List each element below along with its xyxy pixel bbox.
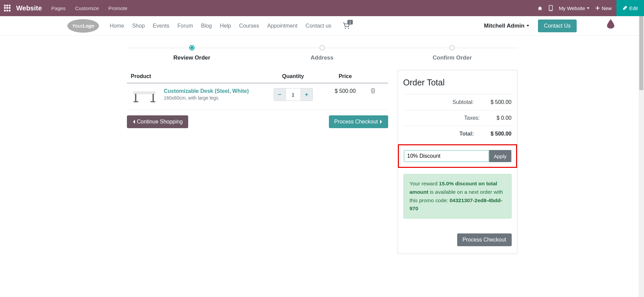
promo-code-input[interactable] (404, 150, 489, 162)
drip-icon (607, 19, 614, 29)
svg-rect-8 (134, 101, 138, 102)
contact-us-button[interactable]: Contact Us (538, 20, 577, 32)
site-header: YourLogo Home Shop Events Forum Blog Hel… (0, 16, 644, 36)
scrollbar-thumb[interactable] (639, 16, 643, 90)
logo-text: YourLogo (72, 23, 94, 29)
svg-rect-9 (150, 101, 155, 102)
nav-courses[interactable]: Courses (239, 23, 259, 29)
step-circle-icon (319, 45, 325, 50)
edit-label: Edit (629, 5, 638, 11)
reward-message: Your reward 15.0% discount on total amou… (403, 174, 512, 219)
nav-home[interactable]: Home (110, 23, 124, 29)
continue-label: Continue Shopping (137, 119, 183, 125)
price-cell: $ 500.00 (320, 88, 371, 94)
svg-point-4 (348, 28, 349, 29)
total-label: Total: (403, 131, 491, 137)
promo-highlight-box: Apply (398, 144, 517, 168)
cart-row: Customizable Desk (Steel, White) 160x80c… (127, 83, 388, 110)
my-website-label: My Website (559, 5, 585, 11)
checkout-steps: Review Order Address Confirm Order (127, 45, 517, 61)
cart-icon[interactable]: 1 (343, 23, 350, 29)
scrollbar[interactable] (639, 16, 644, 271)
nav-events[interactable]: Events (153, 23, 169, 29)
mobile-icon[interactable] (549, 5, 553, 11)
new-label: New (602, 5, 612, 11)
brand-title: Website (16, 4, 42, 12)
nav-shop[interactable]: Shop (132, 23, 145, 29)
subtotal-value: $ 500.00 (490, 99, 511, 105)
step-label: Review Order (127, 54, 257, 61)
delete-item-button[interactable] (371, 88, 384, 94)
total-value: $ 500.00 (490, 131, 511, 137)
svg-rect-6 (135, 94, 136, 102)
caret-down-icon (527, 25, 529, 27)
reward-prefix: Your reward (410, 181, 439, 186)
col-product-header: Product (131, 73, 266, 79)
cart-badge: 1 (347, 20, 353, 25)
chevron-left-icon (132, 119, 136, 124)
step-circle-icon (189, 45, 195, 50)
taxes-value: $ 0.00 (497, 115, 511, 121)
step-label: Confirm Order (387, 54, 517, 61)
order-total-box: Order Total Subtotal: $ 500.00 Taxes: $ … (398, 70, 517, 254)
caret-down-icon (587, 7, 589, 9)
topbar-menu-pages[interactable]: Pages (51, 5, 66, 11)
continue-shopping-button[interactable]: Continue Shopping (127, 115, 188, 128)
svg-point-3 (345, 28, 346, 29)
subtotal-label: Subtotal: (403, 99, 491, 105)
step-circle-icon (449, 45, 455, 50)
content: Review Order Address Confirm Order Produ… (127, 36, 517, 271)
nav-blog[interactable]: Blog (201, 23, 212, 29)
edit-button[interactable]: Edit (616, 0, 644, 16)
my-website-dropdown[interactable]: My Website (559, 5, 589, 11)
cart-table-header: Product Quantity Price (127, 70, 388, 83)
topbar-menu-promote[interactable]: Promote (108, 5, 128, 11)
col-price-header: Price (320, 73, 371, 79)
topbar-menu-customize[interactable]: Customize (75, 5, 99, 11)
nav-forum[interactable]: Forum (177, 23, 193, 29)
bug-icon[interactable] (537, 5, 543, 11)
product-name-link[interactable]: Customizable Desk (Steel, White) (164, 88, 266, 94)
process-checkout-bottom-button[interactable]: Process Checkout (457, 233, 512, 246)
chevron-right-icon (379, 119, 383, 124)
nav-help[interactable]: Help (220, 23, 231, 29)
svg-rect-7 (152, 94, 154, 102)
nav-contact[interactable]: Contact us (306, 23, 331, 29)
process-checkout-button[interactable]: Process Checkout (329, 115, 388, 128)
product-image (131, 88, 158, 105)
svg-point-0 (539, 7, 541, 10)
svg-rect-5 (134, 92, 155, 94)
product-description: 160x80cm, with large legs. (164, 95, 266, 101)
qty-input[interactable] (285, 88, 301, 101)
nav-appointment[interactable]: Appointment (267, 23, 298, 29)
qty-increase-button[interactable]: + (301, 88, 312, 101)
col-qty-header: Quantity (266, 73, 320, 79)
user-name-label: Mitchell Admin (484, 23, 524, 29)
apply-promo-button[interactable]: Apply (489, 150, 511, 162)
quantity-stepper: − + (274, 88, 313, 101)
logo[interactable]: YourLogo (67, 19, 99, 33)
new-button[interactable]: New (596, 5, 612, 11)
user-dropdown[interactable]: Mitchell Admin (484, 23, 529, 29)
summary-column: Order Total Subtotal: $ 500.00 Taxes: $ … (398, 70, 517, 254)
topbar: Website Pages Customize Promote My Websi… (0, 0, 644, 16)
cart-column: Product Quantity Price Customizable Desk… (127, 70, 388, 128)
checkout-label: Process Checkout (334, 119, 378, 125)
qty-decrease-button[interactable]: − (274, 88, 285, 101)
order-total-title: Order Total (403, 78, 512, 87)
taxes-label: Taxes: (403, 115, 497, 121)
apps-icon[interactable] (4, 5, 11, 11)
step-label: Address (257, 54, 387, 61)
